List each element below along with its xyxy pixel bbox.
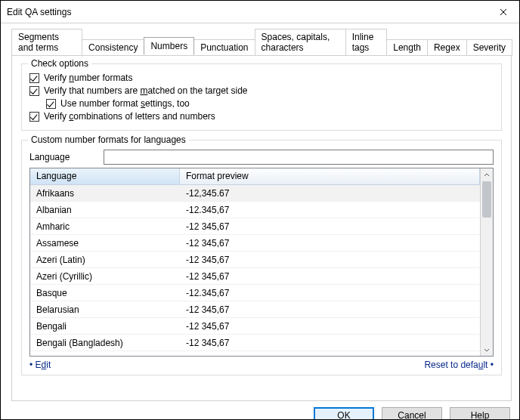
tab-consistency[interactable]: Consistency xyxy=(82,39,144,56)
checkbox-icon xyxy=(29,73,39,83)
checkbox-icon xyxy=(29,86,39,96)
tab-inline-tags[interactable]: Inline tags xyxy=(345,29,388,56)
table-row[interactable]: Afrikaans-12,345.67 xyxy=(30,185,480,202)
checkbox-label: Verify number formats xyxy=(44,73,132,83)
cell-language: Bengali xyxy=(30,321,180,332)
tab-severity[interactable]: Severity xyxy=(466,39,512,56)
group-custom-formats: Custom number formats for languages Lang… xyxy=(21,140,502,375)
table-row[interactable]: Bengali (Bangladesh)-12 345,67 xyxy=(30,335,480,351)
tab-numbers[interactable]: Numbers xyxy=(144,37,194,55)
scroll-up-button[interactable] xyxy=(481,168,493,181)
cell-format: -12 345,67 xyxy=(180,304,480,315)
language-filter-label: Language xyxy=(29,152,104,162)
language-filter-input[interactable] xyxy=(104,150,494,165)
cell-format: -12 345,67 xyxy=(180,338,480,348)
checkbox-label: Use number format settings, too xyxy=(60,98,190,109)
cancel-button[interactable]: Cancel xyxy=(382,407,442,420)
cell-language: Albanian xyxy=(30,205,180,215)
column-header-language[interactable]: Language xyxy=(30,168,180,184)
table-row[interactable]: Bengali (India)-12 345,67 xyxy=(30,351,480,356)
cell-format: -12 345,67 xyxy=(180,321,480,332)
tab-length[interactable]: Length xyxy=(386,39,428,56)
dialog-buttons: OK Cancel Help xyxy=(1,401,519,420)
scroll-thumb[interactable] xyxy=(482,181,491,218)
cell-language: Bengali (India) xyxy=(30,354,180,357)
scroll-track[interactable] xyxy=(481,181,493,343)
help-button[interactable]: Help xyxy=(450,407,510,420)
tab-panel-numbers: Check options Verify number formats Veri… xyxy=(11,55,512,401)
cell-format: -12 345,67 xyxy=(180,354,480,357)
cell-format: -12,345.67 xyxy=(180,188,480,199)
table-row[interactable]: Belarusian-12 345,67 xyxy=(30,301,480,318)
cell-language: Amharic xyxy=(30,221,180,232)
tab-segments-and-terms[interactable]: Segments and terms xyxy=(11,29,82,56)
checkbox-verify-matched[interactable]: Verify that numbers are matched on the t… xyxy=(29,85,494,96)
tab-punctuation[interactable]: Punctuation xyxy=(193,39,255,56)
cell-format: -12.345,67 xyxy=(180,288,480,298)
vertical-scrollbar[interactable] xyxy=(480,168,493,356)
group-check-options: Check options Verify number formats Veri… xyxy=(21,63,502,131)
chevron-down-icon xyxy=(484,347,490,353)
table-row[interactable]: Bengali-12 345,67 xyxy=(30,318,480,335)
checkbox-icon xyxy=(29,112,39,122)
checkbox-label: Verify combinations of letters and numbe… xyxy=(44,111,215,122)
reset-to-default-link[interactable]: Reset to default xyxy=(424,360,488,370)
cell-language: Basque xyxy=(30,288,180,298)
checkbox-label: Verify that numbers are matched on the t… xyxy=(44,85,248,96)
column-header-format[interactable]: Format preview xyxy=(180,168,480,184)
checkbox-verify-number-formats[interactable]: Verify number formats xyxy=(29,73,494,83)
cell-format: -12 345,67 xyxy=(180,238,480,249)
checkbox-use-format-settings[interactable]: Use number format settings, too xyxy=(46,98,494,109)
chevron-up-icon xyxy=(484,172,490,178)
window-title: Edit QA settings xyxy=(7,7,71,17)
cell-language: Afrikaans xyxy=(30,188,180,199)
edit-link-wrap: • Edit xyxy=(29,360,51,370)
cell-format: -12 345,67 xyxy=(180,255,480,265)
checkbox-icon xyxy=(46,99,56,109)
cell-language: Azeri (Latin) xyxy=(30,255,180,265)
edit-link[interactable]: Edit xyxy=(36,360,51,370)
cell-format: -12 345,67 xyxy=(180,271,480,282)
titlebar: Edit QA settings xyxy=(1,1,519,23)
tabstrip: Segments and termsConsistencyNumbersPunc… xyxy=(1,23,519,55)
table-row[interactable]: Azeri (Latin)-12 345,67 xyxy=(30,252,480,268)
table-row[interactable]: Azeri (Cyrillic)-12 345,67 xyxy=(30,268,480,285)
reset-link-wrap: Reset to default • xyxy=(424,360,494,370)
tab-spaces-capitals-characters[interactable]: Spaces, capitals, characters xyxy=(255,29,346,56)
tab-regex[interactable]: Regex xyxy=(427,39,467,56)
scroll-down-button[interactable] xyxy=(481,343,493,356)
checkbox-verify-combinations[interactable]: Verify combinations of letters and numbe… xyxy=(29,111,494,122)
language-filter-row: Language xyxy=(29,150,494,165)
cell-language: Azeri (Cyrillic) xyxy=(30,271,180,282)
cell-format: -12 345,67 xyxy=(180,221,480,232)
table-row[interactable]: Assamese-12 345,67 xyxy=(30,235,480,252)
group-title: Custom number formats for languages xyxy=(28,134,189,145)
ok-button[interactable]: OK xyxy=(314,407,374,420)
group-title: Check options xyxy=(28,58,91,69)
cell-language: Belarusian xyxy=(30,304,180,315)
cell-format: -12.345,67 xyxy=(180,205,480,215)
cell-language: Bengali (Bangladesh) xyxy=(30,338,180,348)
cell-language: Assamese xyxy=(30,238,180,249)
close-icon xyxy=(500,8,507,16)
formats-grid: Language Format preview Afrikaans-12,345… xyxy=(29,168,494,357)
table-row[interactable]: Amharic-12 345,67 xyxy=(30,218,480,235)
close-button[interactable] xyxy=(488,2,519,23)
table-row[interactable]: Albanian-12.345,67 xyxy=(30,202,480,218)
links-row: • Edit Reset to default • xyxy=(29,360,494,370)
table-row[interactable]: Basque-12.345,67 xyxy=(30,285,480,301)
grid-header: Language Format preview xyxy=(30,168,480,185)
